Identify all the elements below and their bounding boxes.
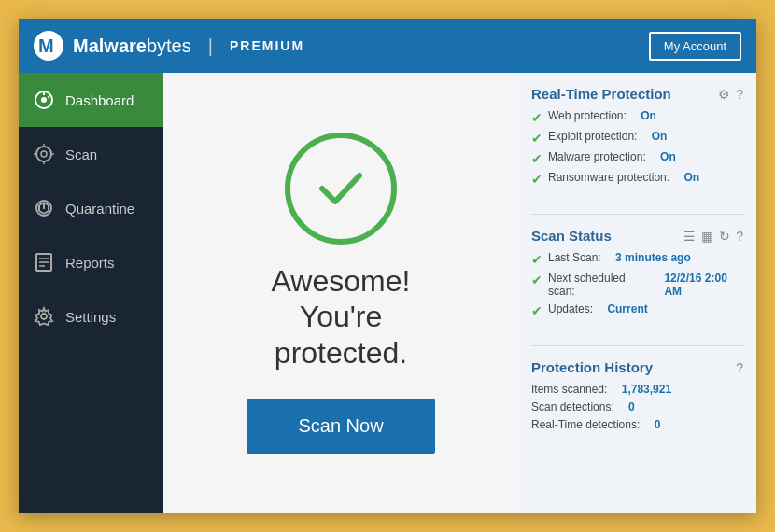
scan-status-title: Scan Status xyxy=(531,228,612,244)
realtime-detections-label: Real-Time detections: xyxy=(531,418,640,431)
malwarebytes-logo-icon: M xyxy=(34,31,63,61)
sidebar-item-settings[interactable]: Settings xyxy=(19,289,163,343)
web-check-icon: ✔ xyxy=(531,110,542,125)
ransomware-check-icon: ✔ xyxy=(531,172,542,187)
malware-protection-row: ✔ Malware protection: On xyxy=(531,150,743,166)
protection-status-circle xyxy=(285,133,397,245)
sidebar-item-quarantine[interactable]: Quarantine xyxy=(19,181,163,235)
items-scanned-value: 1,783,921 xyxy=(622,383,671,396)
next-scan-label: Next scheduled scan: xyxy=(548,272,650,298)
scan-detections-row: Scan detections: 0 xyxy=(531,400,743,413)
ransomware-protection-value: On xyxy=(683,171,699,184)
sidebar-item-reports[interactable]: Reports xyxy=(19,235,163,289)
web-protection-label: Web protection: xyxy=(548,109,627,122)
svg-line-5 xyxy=(48,95,50,98)
header: M Malwarebytes | PREMIUM My Account xyxy=(19,19,756,73)
calendar-icon[interactable]: ▦ xyxy=(701,229,713,244)
scan-now-button[interactable]: Scan Now xyxy=(247,399,434,454)
quarantine-icon xyxy=(34,198,54,218)
section-divider-2 xyxy=(531,345,743,346)
scan-detections-label: Scan detections: xyxy=(531,400,614,413)
protection-history-title: Protection History xyxy=(531,359,653,375)
realtime-icons: ⚙ ? xyxy=(718,87,743,102)
gear-icon[interactable]: ⚙ xyxy=(718,87,730,102)
headline-line2: You're xyxy=(300,300,383,333)
next-scan-check-icon: ✔ xyxy=(531,273,542,287)
realtime-detections-value: 0 xyxy=(655,418,661,431)
malware-protection-value: On xyxy=(660,150,676,163)
sidebar-quarantine-label: Quarantine xyxy=(65,201,134,217)
svg-point-6 xyxy=(36,147,51,161)
malware-protection-label: Malware protection: xyxy=(548,150,646,163)
exploit-protection-value: On xyxy=(652,130,668,143)
center-panel: Awesome! You're protected. Scan Now xyxy=(163,73,518,513)
dashboard-icon xyxy=(34,90,54,110)
updates-value: Current xyxy=(607,302,647,315)
refresh-icon[interactable]: ↻ xyxy=(719,229,730,244)
sidebar-settings-label: Settings xyxy=(65,309,116,325)
svg-point-3 xyxy=(41,97,47,103)
headline-line1: Awesome! xyxy=(272,264,411,298)
realtime-detections-row: Real-Time detections: 0 xyxy=(531,418,743,431)
my-account-button[interactable]: My Account xyxy=(649,32,741,61)
help-icon[interactable]: ? xyxy=(736,87,743,102)
updates-label: Updates: xyxy=(548,302,593,315)
protection-history-header: Protection History ? xyxy=(531,359,743,375)
history-icons: ? xyxy=(736,360,743,375)
scan-help-icon[interactable]: ? xyxy=(736,229,743,244)
sidebar-dashboard-label: Dashboard xyxy=(65,92,134,108)
svg-line-19 xyxy=(44,211,49,214)
updates-check-icon: ✔ xyxy=(531,303,542,318)
updates-row: ✔ Updates: Current xyxy=(531,302,743,318)
last-scan-label: Last Scan: xyxy=(548,251,601,264)
sidebar-item-dashboard[interactable]: Dashboard xyxy=(19,73,163,127)
headline-line3: protected. xyxy=(275,336,407,370)
logo-text: Malwarebytes xyxy=(73,35,191,57)
web-protection-row: ✔ Web protection: On xyxy=(531,109,743,125)
exploit-protection-row: ✔ Exploit protection: On xyxy=(531,130,743,146)
app-window: M Malwarebytes | PREMIUM My Account Dash… xyxy=(19,19,756,513)
scan-detections-value: 0 xyxy=(628,400,635,413)
svg-point-7 xyxy=(41,151,47,157)
items-scanned-row: Items scanned: 1,783,921 xyxy=(531,383,743,396)
next-scan-value: 12/2/16 2:00 AM xyxy=(664,272,743,298)
sidebar-reports-label: Reports xyxy=(65,255,115,271)
list-icon[interactable]: ☰ xyxy=(683,229,696,244)
svg-line-18 xyxy=(39,211,44,214)
sidebar-item-scan[interactable]: Scan xyxy=(19,127,163,181)
right-panel: Real-Time Protection ⚙ ? ✔ Web protectio… xyxy=(518,73,756,513)
scan-status-icons: ☰ ▦ ↻ ? xyxy=(683,229,743,244)
history-help-icon[interactable]: ? xyxy=(736,360,743,375)
realtime-header: Real-Time Protection ⚙ ? xyxy=(531,86,743,102)
reports-icon xyxy=(34,252,54,273)
web-protection-value: On xyxy=(641,109,656,122)
last-scan-check-icon: ✔ xyxy=(531,252,542,267)
last-scan-value: 3 minutes ago xyxy=(615,251,691,264)
sidebar: Dashboard Scan xyxy=(19,73,163,513)
items-scanned-label: Items scanned: xyxy=(531,383,607,396)
sidebar-scan-label: Scan xyxy=(65,147,97,162)
next-scan-row: ✔ Next scheduled scan: 12/2/16 2:00 AM xyxy=(531,272,743,298)
scan-status-section: Scan Status ☰ ▦ ↻ ? ✔ Last Scan: 3 minut… xyxy=(531,228,743,323)
premium-label: PREMIUM xyxy=(230,38,304,53)
realtime-title: Real-Time Protection xyxy=(531,86,671,102)
svg-point-24 xyxy=(41,314,47,319)
exploit-check-icon: ✔ xyxy=(531,131,542,146)
logo-regular: bytes xyxy=(147,35,191,56)
malware-check-icon: ✔ xyxy=(531,151,542,166)
last-scan-row: ✔ Last Scan: 3 minutes ago xyxy=(531,251,743,267)
section-divider-1 xyxy=(531,214,743,215)
realtime-protection-section: Real-Time Protection ⚙ ? ✔ Web protectio… xyxy=(531,86,743,191)
protected-message: Awesome! You're protected. xyxy=(272,263,411,371)
protection-history-section: Protection History ? Items scanned: 1,78… xyxy=(531,359,743,436)
logo-divider: | xyxy=(208,35,213,57)
svg-text:M: M xyxy=(38,35,54,56)
app-body: Dashboard Scan xyxy=(19,73,756,513)
scan-status-header: Scan Status ☰ ▦ ↻ ? xyxy=(531,228,743,244)
logo-bold: Malware xyxy=(73,35,147,56)
checkmark-icon xyxy=(313,161,369,217)
ransomware-protection-row: ✔ Ransomware protection: On xyxy=(531,171,743,187)
ransomware-protection-label: Ransomware protection: xyxy=(548,171,669,184)
settings-icon xyxy=(34,306,54,327)
scan-icon xyxy=(34,144,54,164)
